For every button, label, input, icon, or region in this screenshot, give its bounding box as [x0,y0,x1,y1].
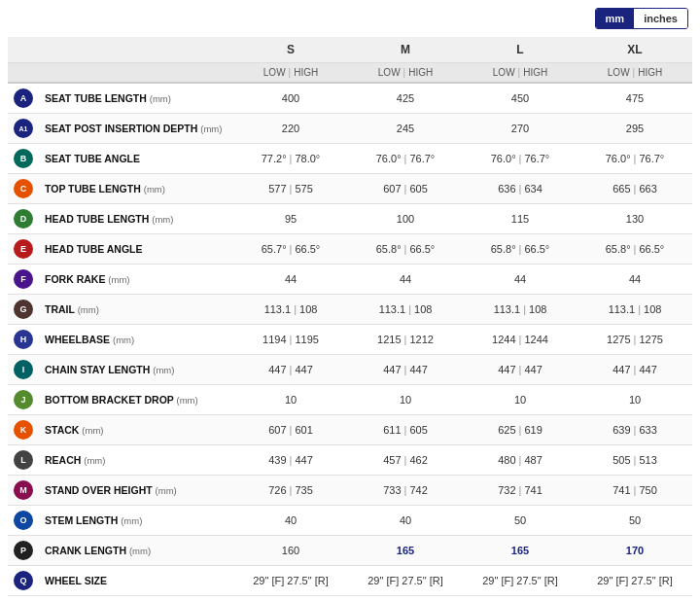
row-value: 295 [578,114,692,144]
row-badge-cell: A1 [8,114,39,144]
row-value: 665|663 [578,174,692,204]
row-badge-cell: B [8,144,39,174]
row-badge-cell: E [8,234,39,265]
row-badge: B [14,149,33,168]
row-value: 1275|1275 [578,325,692,355]
row-value: 76.0°|76.7° [578,144,692,174]
row-badge-cell: K [8,415,39,445]
row-value: 10 [233,385,348,415]
table-row: LREACH (mm)439|447457|462480|487505|513 [8,445,692,476]
table-row: EHEAD TUBE ANGLE65.7°|66.5°65.8°|66.5°65… [8,234,692,265]
row-value: 607|601 [233,415,348,445]
m-low-high: LOW|HIGH [348,63,463,84]
row-name: STEM LENGTH (mm) [39,506,233,536]
row-value: 40 [348,506,463,536]
row-name: CRANK LENGTH (mm) [39,536,233,566]
l-low-high: LOW|HIGH [463,63,578,84]
row-name: HEAD TUBE LENGTH (mm) [39,204,233,234]
row-value: 29" [F] 27.5" [R] [463,566,578,596]
table-row: ASEAT TUBE LENGTH (mm)400425450475 [8,83,692,114]
geometry-table-container: S M L XL LOW|HIGH LOW|HIGH LOW|HIGH LOW|… [0,37,700,601]
row-value: 76.0°|76.7° [463,144,578,174]
row-value: 457|462 [348,445,463,476]
row-name: FORK RAKE (mm) [39,265,233,295]
row-value: 165 [348,536,463,566]
row-value: 447|447 [578,355,692,385]
row-value: 44 [578,265,692,295]
row-badge: O [14,511,33,530]
row-badge: A1 [14,119,33,138]
unit-toggle-bar: mm inches [0,0,700,37]
row-name: TOP TUBE LENGTH (mm) [39,174,233,204]
table-row: JBOTTOM BRACKET DROP (mm)10101010 [8,385,692,415]
row-badge-cell: H [8,325,39,355]
row-value: 439|447 [233,445,348,476]
row-value: 40 [233,506,348,536]
table-row: MSTAND OVER HEIGHT (mm)726|735733|742732… [8,476,692,506]
row-value: 447|447 [463,355,578,385]
table-row: DHEAD TUBE LENGTH (mm)95100115130 [8,204,692,234]
row-badge: G [14,300,33,319]
row-badge-cell: A [8,83,39,114]
row-value: 639|633 [578,415,692,445]
row-value: 732|741 [463,476,578,506]
s-low-high: LOW|HIGH [233,63,348,84]
row-name: BOTTOM BRACKET DROP (mm) [39,385,233,415]
row-value: 29" [F] 27.5" [R] [578,566,692,596]
unit-toggle[interactable]: mm inches [595,8,688,29]
inches-button[interactable]: inches [634,9,687,28]
row-value: 100 [348,204,463,234]
row-badge-cell: J [8,385,39,415]
row-value: 29" [F] 27.5" [R] [348,566,463,596]
row-value: 425 [348,83,463,114]
xl-low-high: LOW|HIGH [578,63,692,84]
row-badge: C [14,179,33,198]
row-badge-cell: F [8,265,39,295]
row-value: 400 [233,83,348,114]
row-badge: L [14,450,33,470]
row-value: 1194|1195 [233,325,348,355]
row-value: 220 [233,114,348,144]
table-row: QWHEEL SIZE29" [F] 27.5" [R]29" [F] 27.5… [8,566,692,596]
row-value: 733|742 [348,476,463,506]
row-value: 113.1|108 [578,295,692,325]
row-value: 44 [463,265,578,295]
row-value: 611|605 [348,415,463,445]
row-value: 115 [463,204,578,234]
table-row: ICHAIN STAY LENGTH (mm)447|447447|447447… [8,355,692,385]
row-value: 447|447 [233,355,348,385]
empty-subheader [8,63,233,84]
size-header-row: S M L XL [8,37,692,63]
table-row: BSEAT TUBE ANGLE77.2°|78.0°76.0°|76.7°76… [8,144,692,174]
row-badge-cell: L [8,445,39,476]
low-high-header-row: LOW|HIGH LOW|HIGH LOW|HIGH LOW|HIGH [8,63,692,84]
row-value: 44 [348,265,463,295]
row-value: 65.8°|66.5° [578,234,692,265]
row-name: WHEELBASE (mm) [39,325,233,355]
row-name: TRAIL (mm) [39,295,233,325]
row-value: 10 [348,385,463,415]
table-row: A1SEAT POST INSERTION DEPTH (mm)22024527… [8,114,692,144]
row-value: 113.1|108 [463,295,578,325]
row-name: STACK (mm) [39,415,233,445]
row-badge: P [14,541,33,560]
row-value: 50 [463,506,578,536]
row-value: 480|487 [463,445,578,476]
row-value: 1215|1212 [348,325,463,355]
row-name: SEAT TUBE ANGLE [39,144,233,174]
size-m-header: M [348,37,463,63]
row-badge-cell: O [8,506,39,536]
mm-button[interactable]: mm [596,9,635,28]
row-badge: K [14,420,33,440]
row-value: 113.1|108 [233,295,348,325]
table-row: CTOP TUBE LENGTH (mm)577|575607|605636|6… [8,174,692,204]
row-name: WHEEL SIZE [39,566,233,596]
row-value: 625|619 [463,415,578,445]
row-name: REACH (mm) [39,445,233,476]
size-s-header: S [233,37,348,63]
row-value: 160 [233,536,348,566]
row-badge-cell: C [8,174,39,204]
row-badge-cell: P [8,536,39,566]
row-value: 10 [578,385,692,415]
row-badge: Q [14,571,33,590]
